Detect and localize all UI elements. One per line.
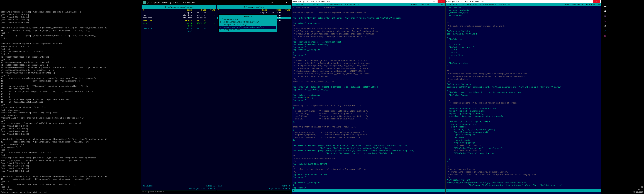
left-status-file: main.cxx 12:15 A xyxy=(142,185,216,188)
editor2-header: D:\p\poper.co\src\libtools\include\comma… xyxy=(446,3,601,6)
file-row[interactable]: ..< up >05.12.16… xyxy=(217,12,291,14)
system-clock[interactable]: EN 12:17 08.12.2016 xyxy=(632,186,643,194)
location-icon[interactable]: ◉ xyxy=(603,8,608,14)
history-title: History xyxy=(219,16,276,18)
far-titlebar[interactable]: {D:\p\poper.co\src} - Far 3.0.4885 x64 —… xyxy=(141,0,292,5)
history-item[interactable]: d:\p\poper.co\src\libtools\include\c… xyxy=(219,26,276,28)
far-command-prompt[interactable]: D:\p\poper.co\src> xyxy=(141,190,292,193)
close-button[interactable]: ✕ xyxy=(593,0,600,3)
history-item[interactable]: d:\p\toolchain\msys64\mingw64\bin xyxy=(219,21,276,24)
editor2-body[interactable]: va_list ap; va_start(ap,fmt); _vwarnx(fm… xyxy=(446,6,601,189)
visualstudio-icon[interactable]: ∞ xyxy=(603,14,608,18)
editor1-title: edit getopt.h - Far 3.0.4885 x64 xyxy=(292,0,330,3)
editor-getopt-c: edit getopt.c - Far 3.0.4885 x64 — □ ✕ D… xyxy=(446,0,601,194)
far-manager-window: {D:\p\poper.co\src} - Far 3.0.4885 x64 —… xyxy=(141,0,292,194)
left-status-summary: 20030 (3/3) ══ 72,36 G xyxy=(142,188,216,190)
editor1-header: D:\p\poper.co\src\libtools\include\comma… xyxy=(292,3,446,6)
left-column-headers: n Size Date Time xyxy=(142,9,216,12)
history-item[interactable]: d:\p\propser.co xyxy=(219,18,276,21)
right-panel-path: D:\p\poper.co\src xyxy=(217,6,291,9)
edge-icon[interactable]: e xyxy=(603,28,608,34)
file-row[interactable]: resourcehxx 2 09720.11.16… xyxy=(142,27,216,33)
file-row[interactable]: ..< up >05.12.16… xyxy=(142,12,216,14)
editor1-body[interactable]: /* user may set to zero, to suppress) */… xyxy=(292,6,446,189)
left-panel-path: D:\p\poper.co\src\io_g… xyxy=(142,6,216,9)
maximize-button[interactable]: □ xyxy=(430,0,438,3)
far-title: {D:\p\poper.co\src} - Far 3.0.4885 x64 xyxy=(147,1,196,4)
close-button[interactable]: ✕ xyxy=(283,1,290,4)
far-left-panel[interactable]: D:\p\poper.co\src\io_g… n Size Date Time… xyxy=(142,5,216,190)
right-status-file: sio 08:48 D xyxy=(217,185,291,188)
settings-icon[interactable]: ⚙ xyxy=(603,24,608,28)
file-row[interactable]: cxx<folder>05.12.16… xyxy=(142,14,216,17)
file-row[interactable]: Makefile33 02308.12.16… xyxy=(142,19,216,22)
store-icon[interactable]: ⊞ xyxy=(603,34,608,38)
folder-history-popup[interactable]: History d:\p\propser.cod:\p\toolchain\ms… xyxy=(218,14,277,32)
editor-getopt-h: edit getopt.h - Far 3.0.4885 x64 — □ ✕ D… xyxy=(292,0,446,194)
right-column-headers: n Size Date Time xyxy=(217,9,291,12)
right-status-summary: 0 (0/5) ══ 72,36 G xyxy=(217,188,291,190)
action-center-icon[interactable]: ▭ xyxy=(603,4,608,8)
onenote-icon[interactable]: N xyxy=(603,18,608,24)
editor1-titlebar[interactable]: edit getopt.h - Far 3.0.4885 x64 — □ ✕ xyxy=(292,0,446,3)
system-side-icons: ▭◉∞N⚙e⊞ EN 12:17 08.12.2016 xyxy=(601,0,610,194)
editor2-footer: 1 xyxy=(446,189,601,192)
minimize-button[interactable]: — xyxy=(423,0,430,3)
maximize-button[interactable]: □ xyxy=(586,0,593,3)
file-row[interactable]: resource<folder>05.12.16… xyxy=(142,17,216,19)
minimize-button[interactable]: — xyxy=(269,1,276,4)
close-button[interactable]: ✕ xyxy=(438,0,445,3)
editor2-title: edit getopt.c - Far 3.0.4885 x64 xyxy=(446,0,484,3)
editor1-footer: 1 xyxy=(292,189,446,192)
editor2-titlebar[interactable]: edit getopt.c - Far 3.0.4885 x64 — □ ✕ xyxy=(446,0,601,3)
far-app-icon xyxy=(143,1,146,4)
maximize-button[interactable]: □ xyxy=(276,1,283,4)
file-row[interactable]: maincxx 3 27608.12.16… xyxy=(142,22,216,27)
history-item[interactable]: d:\p\poper.co\src xyxy=(219,28,276,31)
history-item[interactable]: d:\p\poper.co\src\io_gui xyxy=(219,24,276,26)
minimize-button[interactable]: — xyxy=(579,0,586,3)
gdb-terminal[interactable]: Starting program: D:\p\poper.co\build\de… xyxy=(0,0,141,194)
far-right-panel[interactable]: D:\p\poper.co\src n Size Date Time ..< u… xyxy=(217,5,291,190)
